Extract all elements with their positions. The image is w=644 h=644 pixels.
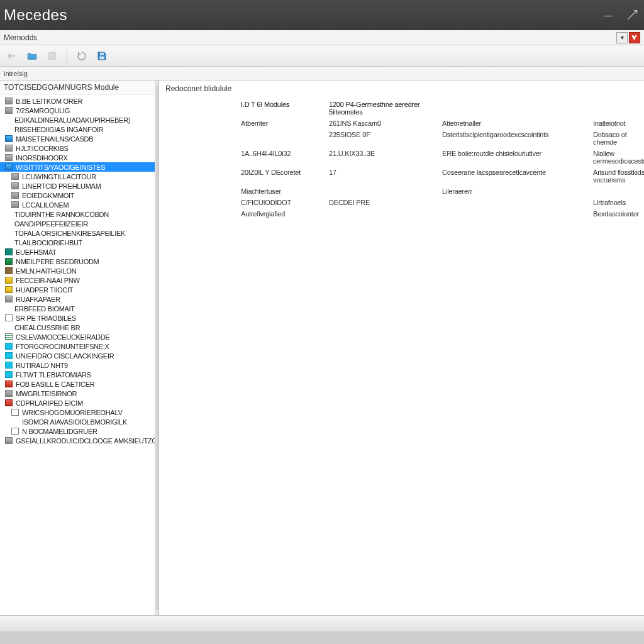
module-icon — [5, 248, 13, 255]
tree-item[interactable]: FECCEIR-NAAI PNW — [0, 275, 155, 285]
tree-item[interactable]: NMEILPERE BSEDRUODM — [0, 257, 155, 266]
tree-item-label: MAISETENAILNS/CASDB — [16, 135, 93, 143]
tree-item[interactable]: RUAFKAPAER — [0, 294, 155, 304]
tree-item[interactable]: CHEALCUSSRHE BR — [0, 323, 155, 332]
tree-item[interactable]: WRICSHOGOMUORIEREOHALV — [0, 408, 155, 417]
help-icon[interactable] — [625, 8, 640, 23]
tree-item[interactable]: RUTIRALD NHT9 — [0, 360, 155, 370]
detail-cell — [442, 199, 587, 206]
detail-cell: Lileraererr — [442, 187, 587, 195]
tree-item-label: CDPRLARIPED EICIM — [16, 399, 83, 407]
detail-cell: Dsteristiscipientigaroodexcscointints — [442, 131, 587, 146]
tree-item-label: TOFALA ORSICHENKIRESAPEILIEK — [14, 230, 125, 237]
tree-item-label: LINERTCID PREHLUMAM — [22, 182, 101, 190]
detail-grid: I.D T 6I Modules1200 P4-Germesthne aered… — [159, 97, 644, 221]
module-tree[interactable]: B.BE LEITKOM ORER7/2SAMROQULIGEDIKALDINE… — [0, 95, 155, 450]
module-icon — [5, 154, 13, 161]
module-icon — [5, 107, 13, 114]
module-icon — [5, 343, 13, 350]
tree-item-label: SR PE TRIAOBILES — [16, 314, 76, 322]
app-title: Mecedes — [4, 6, 67, 24]
tree-item[interactable]: ERBFEED BIOMAIT — [0, 304, 155, 313]
detail-cell: Attetnetnaller — [442, 119, 587, 127]
tree-item-label: B.BE LEITKOM ORER — [16, 97, 82, 105]
tree-item[interactable]: EDIKALDINERALUADAKUPIRHEBER) — [0, 115, 155, 125]
tree-item-label: OANDIPIPEEFEIIZEIEIR — [14, 220, 88, 228]
minimize-button[interactable]: — — [601, 8, 616, 23]
tree-item[interactable]: MAISETENAILNS/CASDB — [0, 134, 155, 143]
workspace: TOTCISEDGOAMNUGRS Module B.BE LEITKOM OR… — [0, 80, 644, 615]
tree-item[interactable]: 7/2SAMROQULIG — [0, 106, 155, 115]
tree-item[interactable]: CDPRLARIPED EICIM — [0, 398, 155, 408]
tool-refresh-icon[interactable] — [72, 48, 91, 64]
detail-cell: 235SIOSE 0F — [329, 131, 436, 146]
tree-item[interactable]: TOFALA ORSICHENKIRESAPEILIEK — [0, 228, 155, 238]
tree-item[interactable]: EMLN.HAITHGILON — [0, 266, 155, 275]
module-icon — [5, 164, 13, 170]
pdf-button[interactable]: ⮟ — [629, 32, 640, 43]
tree-item[interactable]: LINERTCID PREHLUMAM — [0, 181, 155, 191]
tree-item[interactable]: FTORGOROCINUNTEIFSNE;X — [0, 341, 155, 351]
tree-item-label: GSEIALLLKRODUICIDCLOOGE AMKSIEUTZG — [16, 437, 155, 445]
tree-item-label: CHEALCUSSRHE BR — [14, 324, 80, 331]
tree-item[interactable]: HUADPER TIIOCIT — [0, 285, 155, 294]
detail-panel: Redoconet blidulule I.D T 6I Modules1200… — [158, 80, 644, 615]
tree-item-label: EDIKALDINERALUADAKUPIRHEBER) — [14, 116, 130, 124]
tree-item[interactable]: MWGRLTEISIRNOR — [0, 389, 155, 398]
tree-item-label: TLAILBOCIORIEHBUT — [14, 239, 82, 247]
tree-item-label: 7/2SAMROQULIG — [16, 107, 70, 114]
detail-cell: Inatleiotnot — [593, 119, 644, 127]
detail-cell: Lirtrafnoels — [593, 199, 644, 206]
tree-item[interactable]: ISOMDR AIAVASIOIOLBMORIGILK — [0, 417, 155, 426]
tree-item[interactable]: LCUWINGTILLACITOUR — [0, 172, 155, 181]
toolbar — [0, 45, 644, 67]
module-icon — [5, 352, 13, 359]
dropdown-button[interactable]: ▾ — [616, 32, 628, 43]
module-icon — [5, 362, 13, 369]
tree-item-label: EOIEDGKMMOIT — [22, 192, 74, 199]
detail-cell: DECDEI PRE — [329, 199, 436, 206]
detail-cell: Arisund flosstkidsi vocransms — [593, 169, 644, 184]
tree-item[interactable]: WISITTITS/YAOCIGEINISTES — [0, 162, 155, 172]
tree-item-label: FECCEIR-NAAI PNW — [16, 277, 80, 284]
tree-item[interactable]: GSEIALLLKRODUICIDCLOOGE AMKSIEUTZG — [0, 436, 155, 445]
tree-item[interactable]: SR PE TRIAOBILES — [0, 313, 155, 323]
tree-item[interactable]: EUEFHSMAT — [0, 247, 155, 257]
detail-cell: 20IZ0IL Y DEcoretet — [241, 169, 323, 184]
tree-item-label: FTORGOROCINUNTEIFSNE;X — [16, 343, 109, 350]
module-icon — [5, 333, 13, 340]
splitter-handle[interactable] — [155, 80, 158, 615]
tree-item[interactable]: EOIEDGKMMOIT — [0, 191, 155, 200]
tree-item[interactable]: HJLT:ICOCRKIBS — [0, 143, 155, 153]
tree-item-label: MWGRLTEISIRNOR — [16, 390, 77, 397]
tree-item[interactable]: INORSDIHOORX — [0, 153, 155, 162]
tree-item[interactable]: LCCALILONEM — [0, 200, 155, 209]
tree-item[interactable]: TLAILBOCIORIEHBUT — [0, 238, 155, 247]
tool-save-icon[interactable] — [92, 48, 111, 64]
breadcrumb-text: intrelsig — [4, 70, 28, 77]
tree-item[interactable]: B.BE LEITKOM ORER — [0, 96, 155, 106]
tree-item-label: WISITTITS/YAOCIGEINISTES — [16, 164, 105, 171]
tree-item[interactable]: FLTWT TLEBIATOMIARS — [0, 370, 155, 379]
tree-item[interactable]: N BOCMAMELIDGRUER — [0, 426, 155, 436]
tree-item-label: EUEFHSMAT — [16, 248, 56, 256]
detail-cell: Miachtertuser — [241, 187, 323, 195]
tool-back-icon[interactable] — [3, 48, 21, 64]
tree-item[interactable]: TIDUIRNTHE RANNOKCOBDN — [0, 209, 155, 219]
menu-item-main[interactable]: Mernodds — [4, 33, 37, 42]
module-icon — [5, 371, 13, 378]
tree-item[interactable]: FOB EASILL E CAETICER — [0, 379, 155, 389]
tree-item-label: RUTIRALD NHT9 — [16, 362, 68, 369]
detail-cell — [241, 131, 323, 146]
tree-item-label: HJLT:ICOCRKIBS — [16, 145, 69, 152]
tree-item[interactable]: OANDIPIPEEFEIIZEIEIR — [0, 219, 155, 228]
tree-item[interactable]: RIISEHEDIIGIAS INGANFOIR — [0, 125, 155, 134]
detail-cell: Nialiew cermesodicacests — [593, 150, 644, 165]
detail-cell: 21.U.KIX33..3E — [329, 150, 436, 165]
module-icon — [5, 437, 13, 444]
tree-item[interactable]: UNIEFIDRO CISCLAACKINGEIR — [0, 351, 155, 360]
tree-item[interactable]: CSLEVAMOCCEUCKEIRADDE — [0, 332, 155, 341]
svg-rect-2 — [100, 52, 104, 55]
statusbar — [0, 615, 644, 631]
tool-folder-icon[interactable] — [23, 48, 42, 64]
